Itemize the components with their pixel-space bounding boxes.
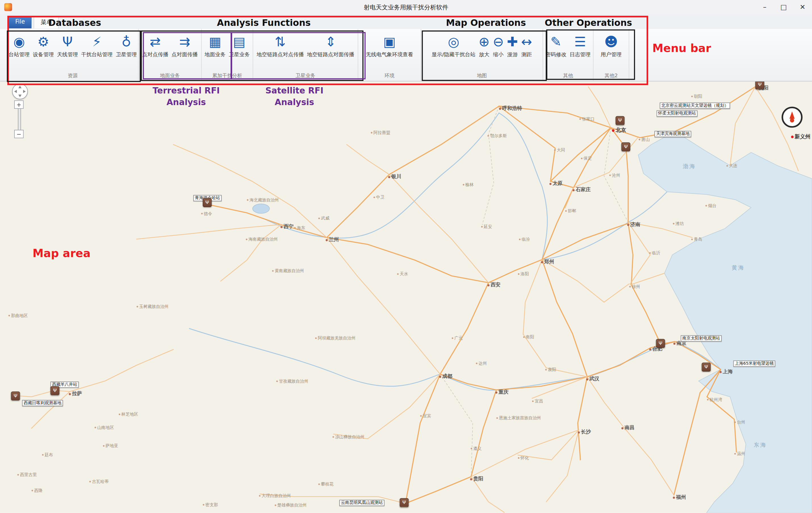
ribbon-button[interactable]: 台站管理 bbox=[8, 31, 31, 58]
ribbon-button[interactable]: 卫星管理 bbox=[115, 31, 138, 58]
zoom-out-icon bbox=[493, 31, 504, 51]
map-label: 林芝地区 bbox=[119, 411, 138, 417]
map-label: 阿坝藏族羌族自治州 bbox=[315, 335, 355, 341]
map-label: 天水 bbox=[397, 271, 408, 277]
ribbon-button[interactable]: 日志管理 bbox=[569, 31, 592, 58]
city-dot-icon bbox=[388, 176, 390, 178]
ribbon-button[interactable]: 地空链路点对点传播 bbox=[256, 31, 305, 58]
city-dot-icon bbox=[42, 454, 44, 456]
map-label: 达州 bbox=[476, 361, 487, 366]
city-dot-icon bbox=[276, 380, 278, 382]
ribbon-button-label: 显示/隐藏干扰台站 bbox=[432, 51, 475, 58]
ribbon-button[interactable]: 显示/隐藏干扰台站 bbox=[431, 31, 477, 58]
city-dot-icon bbox=[581, 158, 583, 159]
ribbon-group-label: 资源 bbox=[8, 72, 137, 80]
interference-station-icon bbox=[92, 31, 102, 51]
ribbon-button-label: 密码修改 bbox=[545, 51, 567, 58]
city-dot-icon bbox=[549, 183, 551, 184]
city-dot-icon bbox=[707, 399, 709, 400]
city-dot-icon bbox=[734, 422, 736, 423]
station-marker[interactable]: Ψ bbox=[51, 386, 59, 395]
ribbon-button[interactable]: 漫游 bbox=[506, 31, 519, 58]
ribbon-group-label: 卫星业务 bbox=[254, 72, 356, 80]
city-dot-icon bbox=[281, 226, 283, 228]
ribbon-button-label: 点对面传播 bbox=[172, 51, 198, 58]
station-marker[interactable]: Ψ bbox=[755, 82, 764, 89]
ribbon-button[interactable]: 地面业务 bbox=[204, 31, 227, 58]
map-label: 西宁 bbox=[281, 223, 294, 230]
city-dot-icon bbox=[103, 445, 105, 447]
map-label: 大连 bbox=[727, 163, 737, 169]
zoom-in-button[interactable]: + bbox=[14, 100, 24, 109]
ribbon-button[interactable]: 点对点传播 bbox=[141, 31, 170, 58]
map-label: 宜宾 bbox=[420, 413, 431, 419]
ribbon-button[interactable]: 卫星业务 bbox=[228, 31, 251, 58]
map-label: 遵义 bbox=[471, 446, 482, 451]
map-label: 那曲地区 bbox=[8, 313, 28, 318]
ribbon-button-label: 测距 bbox=[521, 51, 532, 58]
station-marker[interactable]: Ψ bbox=[11, 392, 20, 400]
ribbon-group-label: 其他2 bbox=[594, 72, 628, 80]
map-label: 徐州 bbox=[629, 284, 640, 289]
city-dot-icon bbox=[119, 414, 120, 415]
zoom-track[interactable] bbox=[18, 109, 21, 130]
ribbon-button[interactable]: 地空链路点对面传播 bbox=[306, 31, 355, 58]
ribbon-button[interactable]: 密码修改 bbox=[545, 31, 568, 58]
city-dot-icon bbox=[621, 427, 624, 429]
map-label: 广元 bbox=[452, 335, 463, 341]
map-label: 恩施土家族苗族自治州 bbox=[496, 415, 541, 421]
city-dot-icon bbox=[275, 505, 277, 506]
app-window: 射电天文业务用频干扰分析软件 – □ ✕ File菜单 台站管理 设备管理 bbox=[0, 0, 812, 513]
ribbon-button[interactable]: 缩小 bbox=[492, 31, 505, 58]
map-label: 南阳 bbox=[523, 334, 534, 340]
station-marker[interactable]: Ψ bbox=[203, 198, 211, 207]
ribbon-group-other: 密码修改 日志管理 其他 bbox=[543, 29, 594, 81]
minimize-button[interactable]: – bbox=[755, 0, 774, 15]
earth-space-p2p-icon bbox=[275, 31, 286, 51]
map-label: 玉树藏族自治州 bbox=[137, 304, 169, 309]
ribbon-button[interactable]: 天线管理 bbox=[56, 31, 79, 58]
ribbon-button-label: 放大 bbox=[479, 51, 490, 58]
map-label: 温州 bbox=[734, 451, 745, 456]
station-marker[interactable]: Ψ bbox=[656, 339, 665, 348]
station-marker[interactable]: Ψ bbox=[702, 363, 710, 372]
show-hide-interference-icon bbox=[448, 31, 459, 51]
ribbon-button[interactable]: 测距 bbox=[520, 31, 533, 58]
station-marker[interactable]: Ψ bbox=[615, 116, 624, 125]
pan-up-icon bbox=[19, 86, 22, 88]
city-dot-icon bbox=[318, 218, 320, 219]
ribbon-button[interactable]: 点对面传播 bbox=[170, 31, 199, 58]
map-area[interactable]: 呼和浩特 北京 沈阳 新义州 石家庄 太原 济南 西宁 兰州 银川 西安 bbox=[0, 82, 812, 513]
map-label: 宜昌 bbox=[532, 398, 543, 404]
map-label: 济南 bbox=[627, 221, 640, 228]
ribbon-tab[interactable]: File bbox=[8, 16, 32, 28]
ribbon-button[interactable]: 干扰台站管理 bbox=[80, 31, 114, 58]
station-marker[interactable]: Ψ bbox=[621, 142, 630, 151]
ribbon-group-resources: 台站管理 设备管理 天线管理 干扰台站管理 卫星管理 资源 bbox=[7, 29, 139, 81]
map-label: 西安 bbox=[488, 282, 500, 289]
ribbon-group-other2: 用户管理 其他2 bbox=[594, 29, 630, 81]
city-dot-icon bbox=[470, 478, 472, 480]
ribbon-group-label: 地面业务 bbox=[140, 72, 200, 80]
city-dot-icon bbox=[705, 205, 707, 207]
compass[interactable] bbox=[782, 107, 803, 128]
ribbon-button[interactable]: 无线电气象环境查看 bbox=[365, 31, 414, 58]
ribbon-button[interactable]: 设备管理 bbox=[32, 31, 55, 58]
close-button[interactable]: ✕ bbox=[793, 0, 812, 15]
map-label: 密支那 bbox=[203, 502, 218, 508]
ribbon-button[interactable]: 放大 bbox=[477, 31, 491, 58]
zoom-out-button[interactable]: − bbox=[14, 130, 24, 138]
map-label: 廷布 bbox=[42, 452, 53, 458]
pan-left-icon bbox=[14, 90, 17, 93]
maximize-button[interactable]: □ bbox=[774, 0, 793, 15]
ribbon-button-label: 缩小 bbox=[493, 51, 504, 58]
map-label: 海北藏族自治州 bbox=[247, 197, 279, 203]
map-canvas bbox=[0, 82, 812, 513]
city-dot-icon bbox=[420, 415, 422, 417]
log-icon bbox=[574, 31, 586, 51]
ribbon-tab[interactable]: 菜单 bbox=[34, 16, 59, 28]
station-marker[interactable]: Ψ bbox=[400, 498, 409, 507]
ribbon-button[interactable]: 用户管理 bbox=[600, 31, 622, 58]
pan-rose-control[interactable] bbox=[12, 84, 28, 99]
city-dot-icon bbox=[545, 369, 547, 371]
